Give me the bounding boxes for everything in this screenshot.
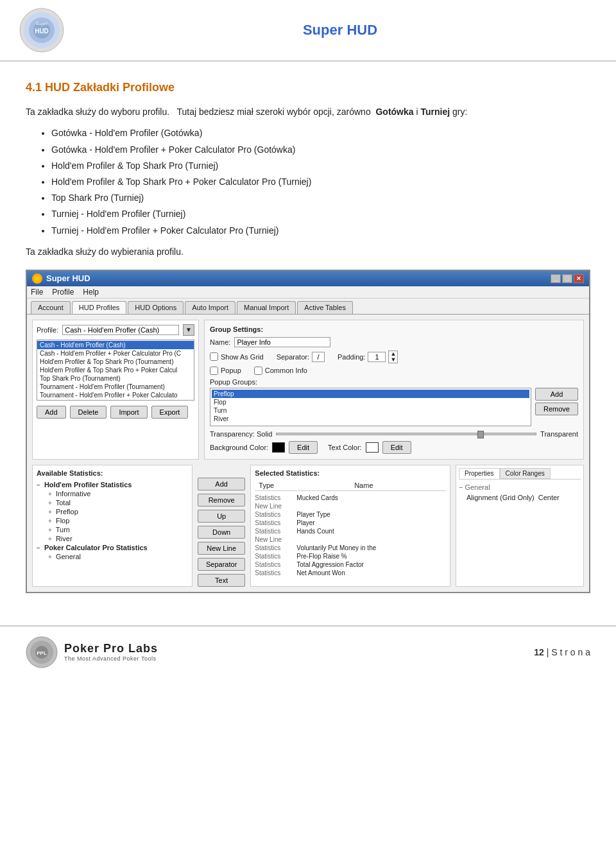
turn-item[interactable]: + Turn [48,525,188,534]
name-input[interactable] [234,337,330,347]
profile-dropdown[interactable]: Cash - Hold'em Profler (Cash) Cash - Hol… [37,340,194,401]
svg-text:PPL: PPL [37,650,47,656]
row-type: Statistics [255,544,296,551]
row-name: Mucked Cards [296,494,446,501]
dropdown-item[interactable]: Top Shark Pro (Tournament) [37,374,194,383]
expand-informative[interactable]: + [48,490,52,498]
profile-dropdown-arrow[interactable]: ▼ [183,324,194,336]
flop-item[interactable]: + Flop [48,516,188,525]
text-color-edit-button[interactable]: Edit [382,441,411,454]
table-row[interactable]: Statistics Player [255,519,446,527]
page-title: Super HUD [83,22,597,39]
profile-input[interactable] [62,325,179,335]
stats-up-button[interactable]: Up [198,510,245,523]
table-row[interactable]: Statistics Pre-Flop Raise % [255,552,446,560]
show-as-grid-checkbox[interactable]: Show As Grid [210,351,264,363]
popup-list-item[interactable]: Turn [212,406,529,415]
dropdown-item[interactable]: Tournament - Hold'em Profiler + Poker Ca… [37,391,194,399]
tab-manual-import[interactable]: Manual Import [237,301,296,314]
separator-input[interactable] [312,352,325,362]
tab-color-ranges[interactable]: Color Ranges [500,468,551,479]
table-row[interactable]: New Line [255,535,446,544]
properties-panel: Properties Color Ranges − General Alignm… [456,465,584,587]
minimize-button[interactable]: _ [551,274,561,283]
tab-hud-options[interactable]: HUD Options [128,301,184,314]
expand-preflop[interactable]: + [48,508,52,515]
expand-icon[interactable]: − [37,481,40,489]
stats-remove-button[interactable]: Remove [198,494,245,507]
export-button[interactable]: Export [151,406,189,419]
total-item[interactable]: + Total [48,498,188,507]
popup-groups-list[interactable]: Preflop Flop Turn River [210,388,531,426]
maximize-button[interactable]: □ [562,274,572,283]
stats-down-button[interactable]: Down [198,526,245,539]
holdem-children: + Informative + Total + Preflop + [37,489,188,543]
padding-input[interactable] [368,352,386,362]
app-body: Profile: ▼ Cash - Hold'em Profler (Cash)… [27,315,589,592]
intro-paragraph: Ta zakładka służy do wyboru profilu. Tut… [26,105,590,119]
tab-hud-profiles[interactable]: HUD Profiles [72,301,127,314]
row-name: Total Aggression Factor [296,561,446,568]
general-item[interactable]: + General [48,552,188,561]
stats-text-button[interactable]: Text [198,574,245,587]
popup-list-item[interactable]: Flop [212,398,529,406]
row-name [296,503,446,510]
menu-file[interactable]: File [31,288,43,297]
expand-general[interactable]: + [48,553,52,560]
preflop-item[interactable]: + Preflop [48,507,188,516]
stats-new-line-button[interactable]: New Line [198,542,245,555]
tab-auto-import[interactable]: Auto Import [185,301,235,314]
separator-row: Separator: [277,351,325,363]
dropdown-item[interactable]: Hold'em Profiler & Top Shark Pro + Poker… [37,366,194,374]
table-row[interactable]: Statistics Total Aggression Factor [255,560,446,569]
tab-properties[interactable]: Properties [459,468,500,479]
padding-spinner[interactable]: ▲▼ [388,351,398,363]
river-item[interactable]: + River [48,534,188,543]
tab-active-tables[interactable]: Active Tables [297,301,353,314]
dropdown-item[interactable]: Hold'em Profiler & Top Shark Pro (Tourna… [37,358,194,366]
import-button[interactable]: Import [110,406,147,419]
general-label: General [56,553,81,560]
checkbox-row1: Show As Grid Separator: Padding: ▲▼ [210,351,578,363]
common-info-checkbox[interactable]: Common Info [254,367,307,375]
row-type: Statistics [255,561,296,568]
table-row[interactable]: Statistics Hands Count [255,527,446,535]
tab-account[interactable]: Account [31,301,71,314]
informative-item[interactable]: + Informative [48,489,188,498]
dropdown-item[interactable]: Cash - Hold'em Profler (Cash) [37,341,194,349]
expand-poker-calc[interactable]: − [37,544,40,551]
add-button[interactable]: Add [37,406,66,419]
table-row[interactable]: Statistics Voluntarily Put Money in the [255,544,446,552]
menu-profile[interactable]: Profile [52,288,74,297]
collapse-icon[interactable]: − [459,483,463,491]
close-button[interactable]: ✕ [574,274,584,283]
expand-flop[interactable]: + [48,517,52,524]
dropdown-item[interactable]: Tournament - Hold'em Profiler (Tournamen… [37,383,194,391]
stats-add-button[interactable]: Add [198,478,245,490]
popup-list-item[interactable]: Preflop [212,390,529,398]
popup-add-button[interactable]: Add [535,388,578,401]
slider-thumb[interactable] [477,431,484,438]
table-row[interactable]: Statistics Mucked Cards [255,494,446,502]
bg-color-edit-button[interactable]: Edit [289,441,318,454]
popup-check[interactable] [210,367,218,375]
delete-button[interactable]: Delete [70,406,107,419]
footer-tagline: The Most Advanced Poker Tools [64,655,158,662]
stats-separator-button[interactable]: Separator [198,558,245,571]
expand-river[interactable]: + [48,535,52,542]
table-row[interactable]: Statistics Net Amount Won [255,569,446,577]
common-info-check[interactable] [254,367,262,375]
table-row[interactable]: Statistics Player Type [255,510,446,519]
show-as-grid-check[interactable] [210,352,218,361]
menu-help[interactable]: Help [83,288,99,297]
expand-turn[interactable]: + [48,526,52,533]
dropdown-item[interactable]: Cash - Hold'em Profiler + Poker Calculat… [37,349,194,358]
expand-total[interactable]: + [48,499,52,507]
table-row[interactable]: New Line [255,502,446,510]
alignment-label: Alignment (Grid Only) [466,494,535,501]
popup-checkbox[interactable]: Popup [210,367,241,375]
popup-remove-button[interactable]: Remove [535,403,578,415]
popup-list-item[interactable]: River [212,415,529,423]
transparency-slider[interactable] [276,433,536,435]
poker-calc-children: + General [37,552,188,561]
